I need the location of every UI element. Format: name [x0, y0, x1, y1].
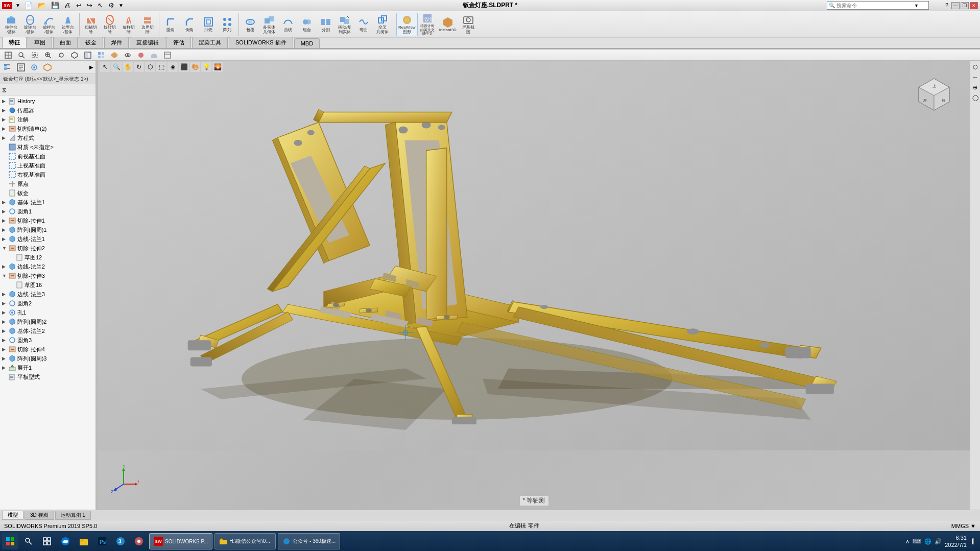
redo-icon[interactable]: ↪ [86, 2, 93, 9]
start-button[interactable] [2, 533, 18, 549]
vp-shaded-button[interactable]: ⬛ [179, 62, 189, 72]
chamfer-button[interactable]: 倒角 [180, 13, 199, 36]
tree-item[interactable]: 草图16 [0, 280, 95, 290]
panel-expand-arrow[interactable]: ▶ [89, 64, 93, 70]
tab-surface[interactable]: 曲面 [53, 37, 78, 48]
rotate-view-button[interactable] [55, 51, 67, 60]
orient-view-button[interactable] [2, 51, 14, 60]
tree-item[interactable]: 平板型式 [0, 372, 95, 381]
fillet-button[interactable]: 圆角 [161, 13, 180, 36]
undo-icon[interactable]: ↩ [75, 2, 83, 9]
systray-keyboard[interactable]: ⌨ [913, 538, 921, 545]
tree-item[interactable]: ▶展开1 [0, 363, 95, 372]
filter-icon[interactable]: ⧖ [2, 86, 6, 93]
tree-item[interactable]: ▼切除-拉伸3 [0, 271, 95, 280]
loft-cut-button[interactable]: 放样切除 [119, 13, 138, 36]
taskbar-360-button[interactable]: 3 [112, 533, 129, 549]
tree-toggle[interactable]: ▶ [2, 328, 8, 333]
systray-network[interactable]: 🌐 [924, 538, 931, 545]
tree-toggle[interactable]: ▶ [2, 99, 8, 104]
systray-volume[interactable]: 🔊 [935, 538, 942, 545]
taskbar-solidworks-app[interactable]: SW SOLIDWORKS P... [149, 533, 212, 549]
btab-model[interactable]: 模型 [2, 511, 23, 520]
systray-chevron[interactable]: ∧ [905, 538, 910, 545]
vp-3d-button[interactable]: ⬡ [145, 62, 155, 72]
curves-button[interactable]: 曲线 [279, 13, 297, 36]
close-button[interactable]: ✕ [970, 2, 978, 9]
sweep-cut-button[interactable]: 扫描切除 [82, 13, 100, 36]
tree-toggle[interactable]: ▶ [2, 200, 8, 205]
taskbar-folder-app[interactable]: H:\微信公众号\0... [214, 533, 276, 549]
tree-toggle[interactable]: ▶ [2, 227, 8, 232]
tree-item[interactable]: 原点 [0, 179, 95, 188]
shell-button[interactable]: 抽壳 [199, 13, 218, 36]
sweep-boss-button[interactable]: 放样台/基体 [40, 13, 58, 36]
tree-toggle[interactable]: ▶ [2, 218, 8, 223]
design-checker-button[interactable]: 设计 待设计时由英文文成中文 [418, 13, 437, 36]
tree-item[interactable]: ▶阵列(圆周)3 [0, 354, 95, 363]
3d-viewport[interactable]: ↖ 🔍 ✋ ↻ ⬡ ⬚ ◈ ⬛ 🎨 💡 🌄 上 左 前 [98, 61, 970, 510]
taskbar-clock[interactable]: 6:31 2022/7/1 [945, 534, 967, 549]
pattern-button[interactable]: 阵列 [218, 13, 236, 36]
tree-item[interactable]: 草图12 [0, 253, 95, 262]
tree-toggle[interactable]: ▶ [2, 356, 8, 361]
tree-item[interactable]: 钣金 [0, 188, 95, 198]
tab-sheetmetal[interactable]: 钣金 [79, 37, 103, 48]
display-style-button[interactable] [108, 51, 121, 60]
tab-sketch[interactable]: 草图 [28, 37, 52, 48]
tree-item[interactable]: ▶切除-拉伸1 [0, 216, 95, 225]
view-settings-button[interactable] [161, 51, 174, 60]
taskbar-edge-button[interactable] [57, 533, 74, 549]
taskbar-explorer-button[interactable] [76, 533, 92, 549]
tree-toggle[interactable]: ▶ [2, 135, 8, 140]
tree-toggle[interactable]: ▶ [2, 108, 8, 113]
boundary-cut-button[interactable]: 边界切除 [138, 13, 157, 36]
vp-orient-button[interactable]: ↖ [100, 62, 110, 72]
tab-direct-edit[interactable]: 直接编辑 [130, 37, 165, 48]
tree-toggle[interactable]: ▶ [2, 365, 8, 370]
tree-item[interactable]: ▶圆角3 [0, 336, 95, 345]
tree-item[interactable]: ▶边线-法兰3 [0, 290, 95, 299]
tree-toggle[interactable]: ▶ [2, 310, 8, 315]
tree-item[interactable]: 前视基准面 [0, 152, 95, 161]
feature-tree-icon[interactable] [2, 62, 13, 73]
search-input[interactable] [836, 3, 913, 8]
search-taskbar-button[interactable] [20, 533, 37, 549]
vp-scene-button[interactable]: 🌄 [212, 62, 223, 72]
tree-item[interactable]: ▶圆角2 [0, 299, 95, 308]
tree-item[interactable]: ▶孔1 [0, 308, 95, 317]
search-bar[interactable]: 🔍 ▼ [827, 1, 929, 10]
new-icon[interactable]: 📄 [23, 2, 34, 9]
zoom-to-fit-button[interactable] [15, 51, 28, 60]
taskbar-pubaccount-app[interactable]: 公众号 - 360极速... [278, 533, 340, 549]
taskbar-chrome-button[interactable] [131, 533, 147, 549]
tree-item[interactable]: ▶基体-法兰1 [0, 198, 95, 207]
multi-body-button[interactable]: 多实体几何体 [260, 13, 278, 36]
tree-toggle[interactable]: ▶ [2, 301, 8, 306]
taskview-button[interactable] [39, 533, 55, 549]
taskbar-ps-button[interactable]: Ps [94, 533, 110, 549]
tree-toggle[interactable]: ▼ [2, 246, 8, 251]
3d-sketch-button[interactable] [68, 51, 81, 60]
vp-rotate-button[interactable]: ↻ [134, 62, 144, 72]
view-cube[interactable]: 上 左 前 [914, 76, 954, 117]
flex-button[interactable]: 弯曲 [354, 13, 373, 36]
vp-zoom-button[interactable]: 🔍 [111, 62, 122, 72]
tree-toggle[interactable]: ▶ [2, 338, 8, 343]
open-icon[interactable]: 📂 [37, 2, 47, 9]
tree-item[interactable]: ▶边线-法兰1 [0, 234, 95, 244]
tree-item[interactable]: ▶阵列(圆周)2 [0, 317, 95, 326]
tree-toggle[interactable]: ▶ [2, 292, 8, 297]
split-button[interactable]: 分割 [317, 13, 335, 36]
section-view-button[interactable] [82, 51, 94, 60]
btab-3d-view[interactable]: 3D 视图 [25, 511, 54, 520]
rp-icon-3[interactable]: ⊕ [971, 83, 979, 91]
tree-toggle[interactable]: ▶ [2, 236, 8, 242]
vp-section-button[interactable]: ⬚ [156, 62, 166, 72]
realview-button[interactable]: RealView图形 [396, 13, 418, 36]
tree-item[interactable]: 材质 <未指定> [0, 142, 95, 152]
tree-toggle[interactable]: ▶ [2, 117, 8, 122]
options-icon[interactable]: ⚙ [107, 2, 115, 9]
cursor-icon[interactable]: ↖ [97, 2, 104, 9]
scene-button[interactable] [148, 51, 160, 60]
